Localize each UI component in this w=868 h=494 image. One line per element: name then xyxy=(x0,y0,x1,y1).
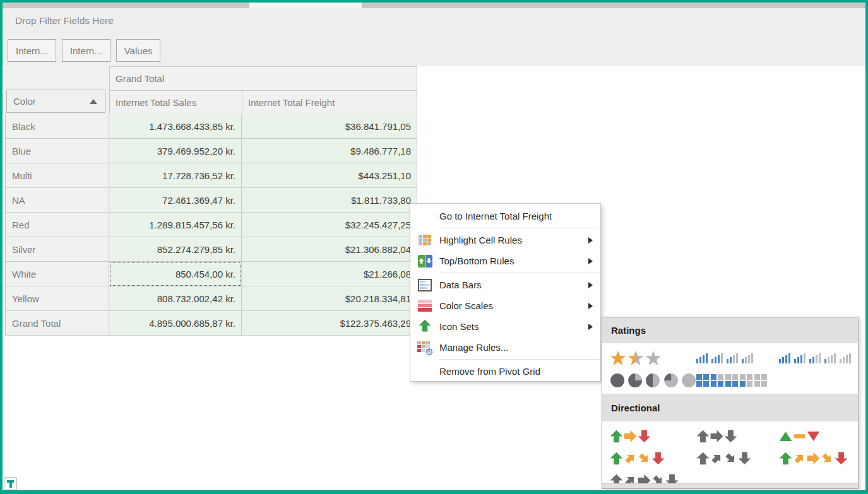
menu-item-highlight-cell-rules[interactable]: Highlight Cell Rules xyxy=(410,230,600,250)
freight-value-cell[interactable]: $21.306.882,04 xyxy=(242,237,417,262)
sales-value-cell[interactable]: 17.728.736,52 kr. xyxy=(109,163,242,188)
row-label-cell[interactable]: Black xyxy=(5,114,109,139)
pivot-rows: Black1.473.668.433,85 kr.$36.841.791,05 … xyxy=(5,114,417,336)
icon-sets-submenu: Ratings Directional xyxy=(602,317,859,489)
field-buttons: Intern... Intern... Values xyxy=(8,39,160,62)
highlight-cell-rules-icon xyxy=(419,235,431,245)
manage-rules-icon: ⚙ xyxy=(417,341,432,355)
freight-value-cell[interactable]: $21.266,08 xyxy=(242,262,417,286)
section-header-ratings: Ratings xyxy=(602,317,858,343)
menu-item-data-bars[interactable]: Data Bars xyxy=(410,274,600,295)
icon-set-3-stars[interactable] xyxy=(610,350,696,367)
table-row: NA72.461.369,47 kr.$1.811.733,80 xyxy=(5,188,417,213)
menu-item-remove-from-pivot-grid[interactable]: Remove from Pivot Grid xyxy=(410,361,600,382)
drop-filter-hint: Drop Filter Fields Here xyxy=(15,15,114,26)
icon-set-5-ratings[interactable] xyxy=(779,353,858,363)
table-row: Grand Total4.895.000.685,87 kr.$122.375.… xyxy=(5,311,417,336)
icon-set-5-boxes[interactable] xyxy=(696,374,779,387)
icon-set-3-triangles[interactable] xyxy=(779,430,858,443)
sales-value-cell[interactable]: 4.895.000.685,87 kr. xyxy=(109,311,242,336)
color-scales-icon xyxy=(418,300,432,312)
field-button-internet-1[interactable]: Intern... xyxy=(8,39,56,62)
submenu-arrow-icon xyxy=(588,237,593,244)
row-label-cell[interactable]: Red xyxy=(5,213,109,237)
row-label-cell[interactable]: Yellow xyxy=(5,286,109,311)
sales-value-cell[interactable]: 379.469.952,20 kr. xyxy=(109,139,242,163)
filter-area: Drop Filter Fields Here Intern... Intern… xyxy=(3,8,865,66)
table-row: Blue379.469.952,20 kr.$9.486.777,18 xyxy=(5,139,417,163)
section-header-directional: Directional xyxy=(602,394,858,421)
table-row: Yellow808.732.002,42 kr.$20.218.334,81 xyxy=(5,286,417,311)
ratings-section xyxy=(602,343,858,394)
data-bars-icon xyxy=(418,279,432,291)
row-label-cell[interactable]: Grand Total xyxy=(5,311,109,336)
submenu-arrow-icon xyxy=(588,258,593,264)
menu-separator xyxy=(439,273,599,273)
menu-separator xyxy=(439,228,599,228)
icon-set-3-arrows-colored[interactable] xyxy=(610,430,696,443)
context-menu: Go to Internet Total Freight Highlight C… xyxy=(410,203,601,382)
sales-value-cell[interactable]: 72.461.369,47 kr. xyxy=(109,188,242,213)
sales-value-cell[interactable]: 852.274.279,85 kr. xyxy=(109,237,242,262)
gear-icon: ⚙ xyxy=(425,348,434,357)
top-bottom-rules-icon xyxy=(418,255,432,268)
menu-item-manage-rules[interactable]: ⚙ Manage Rules... xyxy=(410,337,600,358)
field-button-internet-2[interactable]: Intern... xyxy=(62,39,110,62)
field-button-values[interactable]: Values xyxy=(116,39,161,62)
column-header-sales[interactable]: Internet Total Sales xyxy=(109,90,242,115)
freight-value-cell[interactable]: $32.245.427,25 xyxy=(242,213,417,237)
sales-value-cell[interactable]: 1.473.668.433,85 kr. xyxy=(109,114,242,139)
next-section-cutoff xyxy=(602,483,858,488)
table-row: Red1.289.815.457,56 kr.$32.245.427,25 xyxy=(5,213,417,237)
pivot-corner: Color xyxy=(5,66,109,114)
sales-value-cell[interactable]: 1.289.815.457,56 kr. xyxy=(109,213,242,237)
top-tab-strip-active-segment xyxy=(249,3,362,8)
column-header-freight[interactable]: Internet Total Freight xyxy=(242,90,417,115)
icon-set-4-arrows-gray[interactable] xyxy=(696,452,779,465)
menu-item-top-bottom-rules[interactable]: Top/Bottom Rules xyxy=(410,250,600,271)
corner-badge-icon xyxy=(4,477,17,490)
freight-value-cell[interactable]: $1.811.733,80 xyxy=(242,188,417,213)
table-row: Silver852.274.279,85 kr.$21.306.882,04 xyxy=(5,237,417,262)
icon-sets-icon xyxy=(419,319,431,334)
icon-set-3-arrows-gray[interactable] xyxy=(696,430,779,443)
menu-item-go-to-freight[interactable]: Go to Internet Total Freight xyxy=(410,206,600,226)
icon-set-5-quarters[interactable] xyxy=(610,372,696,389)
row-field-label: Color xyxy=(13,96,36,107)
freight-value-cell[interactable]: $122.375.463,29 xyxy=(242,311,417,336)
row-label-cell[interactable]: Silver xyxy=(5,237,109,262)
icon-set-5-arrows-colored[interactable] xyxy=(779,452,858,465)
menu-item-color-scales[interactable]: Color Scales xyxy=(410,295,600,316)
row-label-cell[interactable]: White xyxy=(5,262,109,286)
sales-value-cell[interactable]: 808.732.002,42 kr. xyxy=(109,286,242,311)
table-row: Black1.473.668.433,85 kr.$36.841.791,05 xyxy=(5,114,417,139)
sort-ascending-icon xyxy=(90,99,97,104)
column-group-header[interactable]: Grand Total xyxy=(109,66,417,91)
freight-value-cell[interactable]: $9.486.777,18 xyxy=(242,139,417,163)
row-label-cell[interactable]: Blue xyxy=(5,139,109,163)
freight-value-cell[interactable]: $20.218.334,81 xyxy=(242,286,417,311)
menu-item-icon-sets[interactable]: Icon Sets xyxy=(410,316,600,337)
row-label-cell[interactable]: Multi xyxy=(5,163,109,188)
row-field-color[interactable]: Color xyxy=(6,90,105,113)
submenu-arrow-icon xyxy=(588,324,593,330)
icon-set-4-ratings[interactable] xyxy=(696,353,779,363)
top-tab-strip xyxy=(3,3,865,8)
submenu-arrow-icon xyxy=(588,282,593,288)
icon-set-4-arrows-colored[interactable] xyxy=(610,452,696,465)
freight-value-cell[interactable]: $36.841.791,05 xyxy=(242,114,417,139)
menu-separator xyxy=(439,359,599,360)
sales-value-cell-focused[interactable]: 850.454,00 kr. xyxy=(109,262,242,286)
submenu-arrow-icon xyxy=(588,303,593,309)
freight-value-cell[interactable]: $443.251,10 xyxy=(242,163,417,188)
table-row: Multi17.728.736,52 kr.$443.251,10 xyxy=(5,163,417,188)
table-row: White850.454,00 kr.$21.266,08 xyxy=(5,262,417,286)
row-label-cell[interactable]: NA xyxy=(5,188,109,213)
